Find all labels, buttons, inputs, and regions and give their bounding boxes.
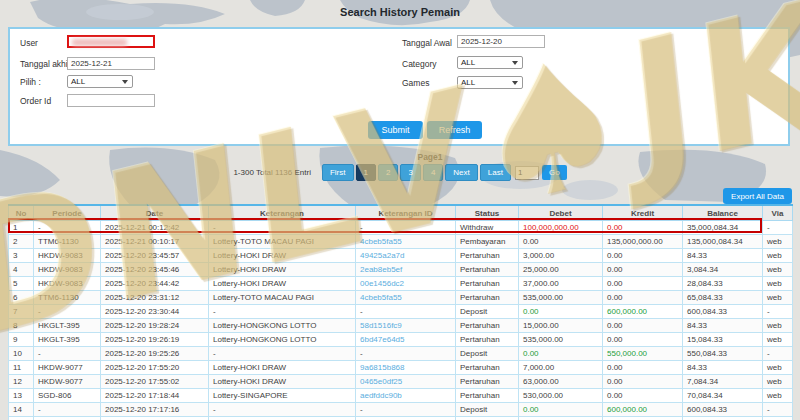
page-number-label: Page1 <box>0 152 800 162</box>
tanggal-awal-input[interactable] <box>457 35 545 48</box>
cell-kredit: 0.00 <box>603 291 683 305</box>
cell-keterangan-id[interactable]: 49425a2a7d <box>356 249 456 263</box>
refresh-button[interactable]: Refresh <box>427 121 482 139</box>
cell-status: Pertaruhan <box>456 291 519 305</box>
cell-periode: HKDW-9077 <box>34 375 101 389</box>
cell-keterangan-id[interactable]: 7d3722b9ac <box>356 417 456 420</box>
cell-kredit: 0.00 <box>603 249 683 263</box>
pagination-last-button[interactable]: Last <box>480 164 511 181</box>
cell-debet: 535,000.00 <box>519 333 603 347</box>
cell-balance: 70,084.34 <box>683 389 763 403</box>
games-select[interactable]: ALL <box>457 76 523 89</box>
cell-balance: 3,084.34 <box>683 263 763 277</box>
cell-no: 10 <box>9 347 34 361</box>
cell-keterangan-id[interactable]: 58d1516fc9 <box>356 319 456 333</box>
cell-no: 8 <box>9 319 34 333</box>
submit-button[interactable]: Submit <box>368 121 423 139</box>
cell-kredit: 135,000,000.00 <box>603 235 683 249</box>
cell-keterangan: Lottery-HONGKONG LOTTO <box>209 319 356 333</box>
order-id-input[interactable] <box>67 94 155 107</box>
col-header-balance[interactable]: Balance <box>683 205 763 221</box>
go-button[interactable]: Go <box>542 165 567 180</box>
cell-date: 2025-12-20 17:18:44 <box>101 389 209 403</box>
cell-periode: - <box>34 221 101 235</box>
cell-no: 14 <box>9 403 34 417</box>
category-select[interactable]: ALL <box>457 56 523 69</box>
tanggal-akhir-input[interactable] <box>67 57 155 70</box>
cell-via: web <box>763 333 793 347</box>
col-header-periode[interactable]: Periode <box>34 205 101 221</box>
cell-keterangan-id[interactable]: 00e1456dc2 <box>356 277 456 291</box>
cell-no: 11 <box>9 361 34 375</box>
cell-periode: - <box>34 403 101 417</box>
cell-keterangan-id[interactable]: 0465e0df25 <box>356 375 456 389</box>
col-header-no[interactable]: No <box>9 205 34 221</box>
cell-debet: 0.00 <box>519 347 603 361</box>
export-all-data-button[interactable]: Export All Data <box>723 188 792 204</box>
cell-debet: 15,000.00 <box>519 319 603 333</box>
pagination-bar: 1-300 Total 1136 Entri First 1 2 3 4 Nex… <box>0 164 800 181</box>
cell-no: 6 <box>9 291 34 305</box>
pilih-select[interactable]: ALL <box>67 75 133 88</box>
table-row: 7-2025-12-20 23:30:44--Deposit0.00600,00… <box>9 305 793 319</box>
col-header-debet[interactable]: Debet <box>519 205 603 221</box>
search-history-page: Search History Pemain User Tanggal akhir… <box>0 0 800 420</box>
cell-balance: 84.33 <box>683 319 763 333</box>
cell-date: 2025-12-20 17:55:20 <box>101 361 209 375</box>
col-header-date[interactable]: Date <box>101 205 209 221</box>
table-row: 12HKDW-90772025-12-20 17:55:02Lottery-HO… <box>9 375 793 389</box>
cell-no: 9 <box>9 333 34 347</box>
cell-periode: HKDW-9083 <box>34 249 101 263</box>
cell-keterangan-id[interactable]: 4cbeb5fa55 <box>356 291 456 305</box>
cell-date: 2025-12-20 12:45:07 <box>101 417 209 420</box>
pagination-first-button[interactable]: First <box>322 164 354 181</box>
cell-keterangan-id: - <box>356 347 456 361</box>
cell-keterangan-id[interactable]: 9a6815b868 <box>356 361 456 375</box>
cell-status: Deposit <box>456 347 519 361</box>
cell-keterangan: - <box>209 305 356 319</box>
cell-balance: 7,084.34 <box>683 375 763 389</box>
col-header-via[interactable]: Via <box>763 205 793 221</box>
pagination-page-2-button[interactable]: 2 <box>378 164 398 181</box>
pagination-page-4-button[interactable]: 4 <box>423 164 443 181</box>
cell-debet: 13,000.00 <box>519 417 603 420</box>
table-row: 15HKDW-90722025-12-20 12:45:07Lottery-HO… <box>9 417 793 420</box>
cell-keterangan-id[interactable]: 6bd47e64d5 <box>356 333 456 347</box>
goto-page-input[interactable] <box>515 166 539 180</box>
cell-periode: HKDW-9083 <box>34 277 101 291</box>
col-header-kredit[interactable]: Kredit <box>603 205 683 221</box>
pagination-page-1-button[interactable]: 1 <box>356 164 376 181</box>
cell-keterangan-id: - <box>356 403 456 417</box>
cell-keterangan-id[interactable]: 4cbeb5fa55 <box>356 235 456 249</box>
user-input[interactable] <box>67 35 155 48</box>
cell-via: - <box>763 347 793 361</box>
cell-no: 4 <box>9 263 34 277</box>
cell-status: Pembayaran <box>456 235 519 249</box>
cell-keterangan-id[interactable]: 2eab8eb5ef <box>356 263 456 277</box>
cell-debet: 3,000.00 <box>519 249 603 263</box>
cell-keterangan: Lottery-TOTO MACAU PAGI <box>209 291 356 305</box>
cell-balance: 28,084.33 <box>683 277 763 291</box>
col-header-status[interactable]: Status <box>456 205 519 221</box>
cell-periode: TTM6-1130 <box>34 235 101 249</box>
col-header-keterangan-id[interactable]: Keterangan ID <box>356 205 456 221</box>
table-row: 5HKDW-90832025-12-20 23:44:42Lottery-HOK… <box>9 277 793 291</box>
cell-no: 12 <box>9 375 34 389</box>
category-label: Category <box>402 59 437 69</box>
cell-periode: - <box>34 305 101 319</box>
cell-via: web <box>763 361 793 375</box>
cell-kredit: 0.00 <box>603 417 683 420</box>
cell-keterangan: - <box>209 403 356 417</box>
pagination-page-3-button[interactable]: 3 <box>400 164 420 181</box>
cell-balance: 600,084.33 <box>683 403 763 417</box>
cell-keterangan: - <box>209 347 356 361</box>
pagination-next-button[interactable]: Next <box>445 164 477 181</box>
col-header-keterangan[interactable]: Keterangan <box>209 205 356 221</box>
cell-date: 2025-12-21 00:10:17 <box>101 235 209 249</box>
cell-keterangan-id[interactable]: aedfddc90b <box>356 389 456 403</box>
cell-via: web <box>763 249 793 263</box>
cell-keterangan: Lottery-HONGKONG LOTTO <box>209 333 356 347</box>
table-row: 8HKGLT-3952025-12-20 19:28:24Lottery-HON… <box>9 319 793 333</box>
cell-date: 2025-12-20 19:25:26 <box>101 347 209 361</box>
cell-kredit: 0.00 <box>603 277 683 291</box>
